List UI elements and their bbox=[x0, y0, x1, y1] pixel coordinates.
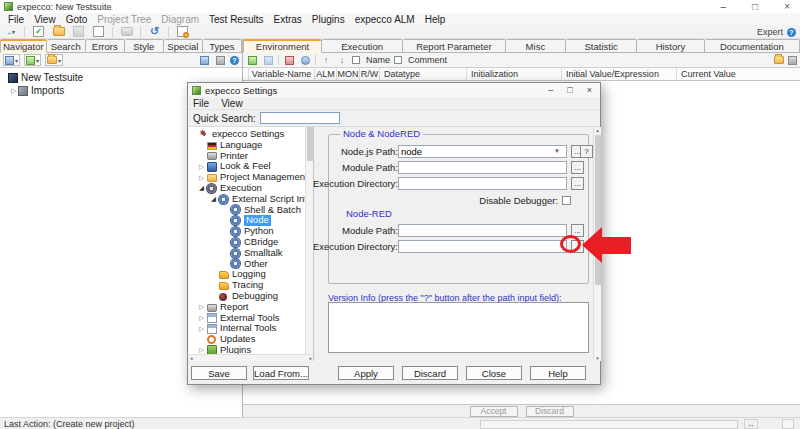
resize-grip-icon[interactable]: ↔ bbox=[744, 419, 758, 429]
col-variable-name[interactable]: Variable-Name bbox=[249, 68, 315, 80]
load-from-button[interactable]: Load From... bbox=[253, 366, 309, 380]
settings-tree-item-smalltalk[interactable]: Smalltalk bbox=[189, 248, 313, 259]
version-info-textarea[interactable] bbox=[328, 302, 589, 353]
scroll-right-icon[interactable]: ▸ bbox=[309, 355, 312, 361]
dialog-minimize-icon[interactable]: – bbox=[548, 85, 553, 95]
disable-debugger-checkbox[interactable] bbox=[562, 196, 571, 205]
menu-test-results[interactable]: Test Results bbox=[204, 14, 268, 25]
chevron-right-icon[interactable]: ▷ bbox=[199, 303, 207, 311]
save-button[interactable]: Save bbox=[191, 366, 247, 380]
scroll-left-icon[interactable]: ◂ bbox=[190, 355, 193, 361]
help-button[interactable]: Help bbox=[530, 366, 586, 380]
undo-button[interactable]: ↺ bbox=[148, 26, 161, 38]
col-mon[interactable]: MON bbox=[337, 68, 360, 80]
tab-environment[interactable]: Environment bbox=[243, 39, 322, 53]
settings-tree-item-language[interactable]: Language bbox=[189, 140, 313, 151]
navigator-help-icon[interactable]: ? bbox=[230, 56, 239, 65]
menu-plugins[interactable]: Plugins bbox=[307, 14, 350, 25]
back-button[interactable]: ←▾ bbox=[4, 26, 17, 38]
tab-statistic[interactable]: Statistic bbox=[566, 39, 637, 53]
open-button[interactable] bbox=[52, 26, 65, 38]
expand-tree-button[interactable] bbox=[198, 55, 210, 66]
tab-report-parameter[interactable]: Report Parameter bbox=[403, 39, 505, 53]
tab-execution[interactable]: Execution bbox=[322, 39, 403, 53]
col-rw[interactable]: R/W bbox=[360, 68, 380, 80]
nodejs-path-input[interactable] bbox=[398, 145, 567, 158]
col-initial-value[interactable]: Initial Value/Expression bbox=[562, 68, 677, 80]
settings-button[interactable] bbox=[176, 26, 189, 38]
item-kind-dropdown[interactable]: ▾ bbox=[24, 54, 41, 66]
execution-directory-input[interactable] bbox=[398, 177, 567, 190]
chevron-right-icon[interactable]: ▷ bbox=[199, 314, 207, 322]
tab-style[interactable]: Style bbox=[125, 39, 164, 53]
menu-view[interactable]: View bbox=[29, 14, 61, 25]
tab-special[interactable]: Special bbox=[164, 39, 203, 53]
tab-history[interactable]: History bbox=[637, 39, 705, 53]
reload-variables-button[interactable] bbox=[299, 55, 311, 66]
nodejs-path-help-button[interactable]: ? bbox=[580, 145, 593, 158]
tree-horizontal-scrollbar[interactable]: ◂▸ bbox=[189, 354, 313, 361]
comment-checkbox[interactable] bbox=[394, 56, 402, 64]
save-environment-icon[interactable] bbox=[788, 56, 797, 65]
menu-project-tree[interactable]: Project Tree bbox=[92, 14, 156, 25]
new-window-button[interactable] bbox=[92, 26, 105, 38]
accept-button[interactable]: Accept bbox=[470, 406, 518, 417]
chevron-down-icon[interactable]: ▼ bbox=[554, 148, 560, 154]
menu-extras[interactable]: Extras bbox=[269, 14, 307, 25]
tab-navigator[interactable]: Navigator bbox=[0, 39, 47, 53]
print-button[interactable] bbox=[120, 26, 133, 38]
chevron-right-icon[interactable]: ▷ bbox=[199, 174, 207, 182]
move-up-button[interactable]: ↑ bbox=[320, 55, 332, 66]
apply-button[interactable]: Apply bbox=[338, 366, 394, 380]
dialog-close-icon[interactable]: × bbox=[587, 85, 592, 95]
tab-documentation[interactable]: Documentation bbox=[705, 39, 800, 53]
nodered-module-path-input[interactable] bbox=[398, 224, 567, 237]
save-tree-button[interactable] bbox=[214, 55, 226, 66]
discard-button[interactable]: Discard bbox=[526, 406, 574, 417]
add-variable-button[interactable] bbox=[246, 55, 258, 66]
dialog-menu-view[interactable]: View bbox=[221, 98, 243, 109]
tab-errors[interactable]: Errors bbox=[86, 39, 125, 53]
tab-misc[interactable]: Misc bbox=[506, 39, 567, 53]
maximize-icon[interactable]: □ bbox=[752, 0, 758, 13]
chevron-expanded-icon[interactable]: ◢ bbox=[199, 184, 207, 192]
quick-search-input[interactable] bbox=[260, 112, 340, 124]
col-current-value[interactable]: Current Value bbox=[677, 68, 800, 80]
menu-expecco-alm[interactable]: expecco ALM bbox=[350, 14, 420, 25]
close-icon[interactable]: × bbox=[784, 0, 790, 13]
settings-tree-item-updates[interactable]: Updates bbox=[189, 334, 313, 345]
col-initialization[interactable]: Initialization bbox=[467, 68, 562, 80]
menu-file[interactable]: File bbox=[3, 14, 29, 25]
settings-tree-item-debugging[interactable]: Debugging bbox=[189, 291, 313, 302]
tab-types[interactable]: Types bbox=[203, 39, 242, 53]
tree-view-dropdown[interactable]: ▾ bbox=[3, 54, 20, 66]
tab-search[interactable]: Search bbox=[47, 39, 86, 53]
menu-help[interactable]: Help bbox=[420, 14, 451, 25]
dialog-menu-file[interactable]: File bbox=[193, 98, 209, 109]
load-environment-icon[interactable] bbox=[774, 56, 784, 64]
dialog-maximize-icon[interactable]: □ bbox=[567, 85, 572, 95]
module-path-browse-button[interactable]: ... bbox=[571, 161, 584, 174]
settings-tree-item-report[interactable]: ▷Report bbox=[189, 302, 313, 313]
folder-dropdown[interactable]: ▾ bbox=[45, 54, 63, 66]
save-button[interactable] bbox=[72, 26, 85, 38]
scroll-down-icon[interactable]: ▾ bbox=[594, 355, 601, 361]
chevron-right-icon[interactable]: ▷ bbox=[199, 163, 207, 171]
menu-diagram[interactable]: Diagram bbox=[156, 14, 204, 25]
name-checkbox[interactable] bbox=[352, 56, 360, 64]
move-down-button[interactable]: ↓ bbox=[336, 55, 348, 66]
module-path-input[interactable] bbox=[398, 161, 567, 174]
close-button[interactable]: Close bbox=[466, 366, 522, 380]
chevron-right-icon[interactable]: ▷ bbox=[199, 325, 207, 333]
col-datatype[interactable]: Datatype bbox=[380, 68, 467, 80]
col-alm[interactable]: ALM bbox=[315, 68, 337, 80]
remove-variable-button[interactable] bbox=[262, 55, 274, 66]
new-testsuite-button[interactable] bbox=[32, 26, 45, 38]
nodered-execution-directory-input[interactable] bbox=[398, 240, 567, 253]
settings-tree-item-external-script-interpreters[interactable]: ◢External Script Interpreters bbox=[189, 194, 313, 205]
discard-button[interactable]: Discard bbox=[402, 366, 458, 380]
minimize-icon[interactable]: – bbox=[721, 0, 727, 13]
scroll-up-icon[interactable]: ▴ bbox=[594, 127, 601, 133]
chevron-right-icon[interactable]: ▷ bbox=[10, 87, 18, 95]
copy-variables-button[interactable] bbox=[283, 55, 295, 66]
